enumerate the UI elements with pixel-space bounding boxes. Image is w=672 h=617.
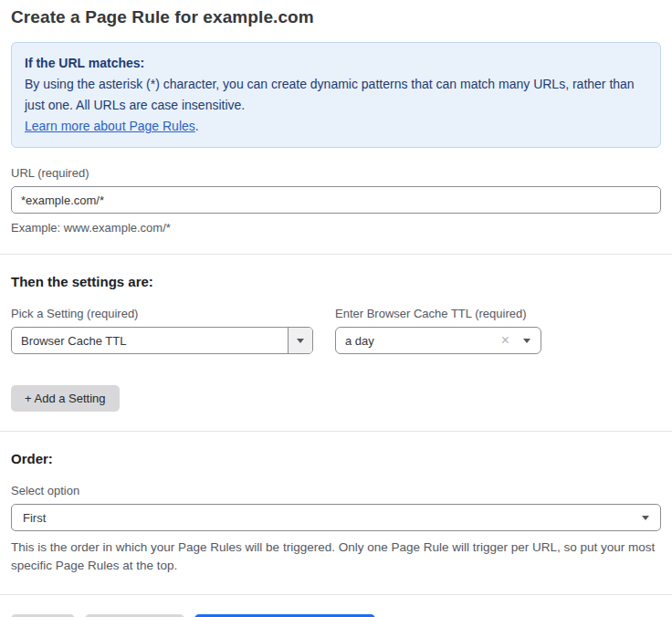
- ttl-label: Enter Browser Cache TTL (required): [335, 307, 541, 320]
- order-select[interactable]: First: [11, 504, 661, 531]
- page-title: Create a Page Rule for example.com: [11, 7, 661, 27]
- link-suffix: .: [195, 119, 199, 133]
- divider: [0, 594, 672, 595]
- chevron-down-icon: [642, 516, 649, 520]
- info-box-heading: If the URL matches:: [25, 53, 647, 74]
- url-field-label: URL (required): [11, 166, 661, 180]
- ttl-dropdown[interactable]: a day ×: [335, 327, 541, 354]
- url-example-hint: Example: www.example.com/*: [11, 221, 661, 235]
- clear-icon[interactable]: ×: [501, 333, 509, 348]
- ttl-column: Enter Browser Cache TTL (required) a day…: [335, 307, 541, 354]
- divider: [0, 254, 672, 255]
- info-box-link-line: Learn more about Page Rules.: [25, 116, 647, 137]
- settings-row: Pick a Setting (required) Browser Cache …: [11, 307, 661, 354]
- url-input[interactable]: [11, 186, 661, 214]
- pick-setting-value: Browser Cache TTL: [12, 334, 288, 348]
- order-select-value: First: [23, 511, 46, 525]
- url-match-info-box: If the URL matches: By using the asteris…: [11, 42, 661, 148]
- info-box-body: By using the asterisk (*) character, you…: [25, 74, 647, 116]
- pick-setting-column: Pick a Setting (required) Browser Cache …: [11, 307, 313, 354]
- dropdown-arrow-box[interactable]: [288, 328, 312, 353]
- learn-more-link[interactable]: Learn more about Page Rules: [25, 119, 195, 133]
- divider: [0, 431, 672, 432]
- pick-setting-dropdown[interactable]: Browser Cache TTL: [11, 327, 313, 354]
- chevron-down-icon: [297, 339, 304, 343]
- settings-section-heading: Then the settings are:: [11, 274, 661, 289]
- order-help-text: This is the order in which your Page Rul…: [11, 539, 661, 575]
- ttl-value: a day: [336, 334, 501, 348]
- order-select-label: Select option: [11, 484, 661, 497]
- order-section-heading: Order:: [11, 451, 661, 466]
- add-setting-button[interactable]: + Add a Setting: [11, 385, 120, 412]
- pick-setting-label: Pick a Setting (required): [11, 307, 313, 320]
- page-rule-form: Create a Page Rule for example.com If th…: [0, 0, 672, 617]
- chevron-down-icon: [523, 339, 530, 343]
